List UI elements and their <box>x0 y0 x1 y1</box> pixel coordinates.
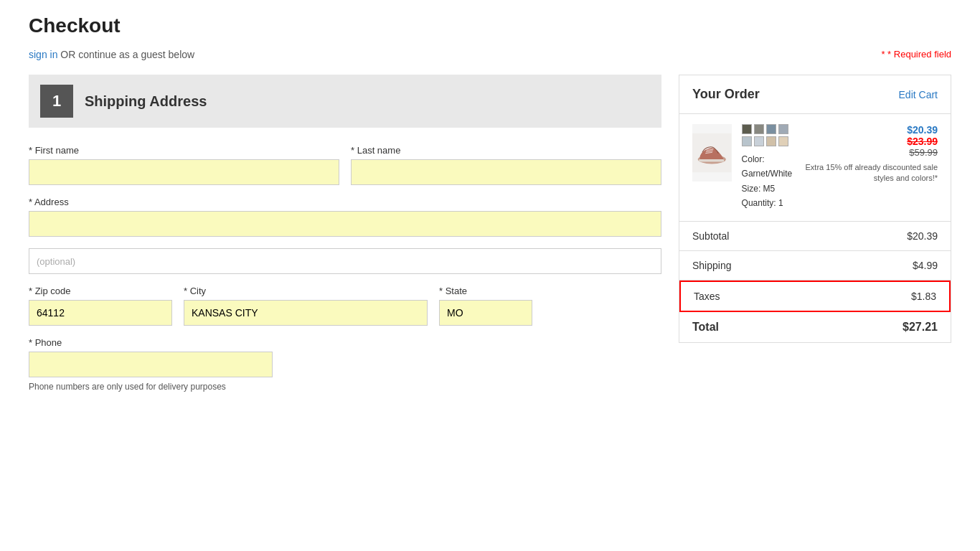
total-label: Total <box>692 321 719 334</box>
phone-label: * Phone <box>29 337 273 348</box>
subtotal-value: $20.39 <box>907 230 938 242</box>
section-header: 1 Shipping Address <box>29 75 661 128</box>
shipping-value: $4.99 <box>913 260 938 271</box>
swatch-1 <box>742 124 752 134</box>
main-layout: 1 Shipping Address * First name * Last n… <box>29 75 951 403</box>
swatch-8 <box>778 136 788 146</box>
address-label: * Address <box>29 197 661 207</box>
color-swatches <box>742 124 793 146</box>
shipping-label: Shipping <box>692 260 732 271</box>
swatch-7 <box>766 136 776 146</box>
order-header: Your Order Edit Cart <box>679 75 951 114</box>
required-note: * * Required field <box>881 49 951 60</box>
price-section: $20.39 $23.99 $59.99 Extra 15% off alrea… <box>802 124 938 211</box>
item-quantity: Quantity: 1 <box>742 196 793 210</box>
phone-field: * Phone Phone numbers are only used for … <box>29 337 273 392</box>
last-name-input[interactable] <box>351 159 661 185</box>
address-input[interactable] <box>29 211 661 237</box>
total-value: $27.21 <box>903 321 938 334</box>
swatch-4 <box>778 124 788 134</box>
page-title: Checkout <box>29 14 951 37</box>
order-title: Your Order <box>692 87 760 102</box>
price-original: $59.99 <box>909 147 938 158</box>
item-color: Color: Garnet/White <box>742 152 793 182</box>
svg-rect-5 <box>699 159 724 161</box>
address2-row <box>29 248 661 274</box>
edit-cart-link[interactable]: Edit Cart <box>899 89 938 100</box>
first-name-field: * First name <box>29 145 339 185</box>
zip-field: * Zip code <box>29 286 172 326</box>
state-label: * State <box>439 286 532 296</box>
address-field: * Address <box>29 197 661 237</box>
price-final: $20.39 <box>907 124 938 136</box>
taxes-label: Taxes <box>694 291 720 302</box>
phone-input[interactable] <box>29 352 273 377</box>
state-input[interactable] <box>439 300 532 326</box>
item-size: Size: M5 <box>742 182 793 196</box>
signin-link[interactable]: sign in <box>29 49 57 60</box>
phone-row: * Phone Phone numbers are only used for … <box>29 337 661 392</box>
state-field: * State <box>439 286 532 326</box>
swatch-5 <box>742 136 752 146</box>
last-name-field: * Last name <box>351 145 661 185</box>
item-details: Color: Garnet/White Size: M5 Quantity: 1 <box>742 124 793 211</box>
city-field: * City <box>184 286 428 326</box>
order-item: Color: Garnet/White Size: M5 Quantity: 1… <box>679 114 951 222</box>
swatch-2 <box>754 124 764 134</box>
address-row: * Address <box>29 197 661 237</box>
zip-city-state-row: * Zip code * City * State <box>29 286 661 326</box>
subtotal-label: Subtotal <box>692 230 729 242</box>
order-summary: Your Order Edit Cart <box>679 75 951 343</box>
swatch-3 <box>766 124 776 134</box>
shoe-image <box>692 124 732 182</box>
extra-discount: Extra 15% off already discounted sale st… <box>802 162 938 184</box>
zip-input[interactable] <box>29 300 172 326</box>
price-sale: $23.99 <box>907 136 938 147</box>
signin-suffix: OR continue as a guest below <box>57 49 194 60</box>
phone-note: Phone numbers are only used for delivery… <box>29 382 273 392</box>
shipping-form: 1 Shipping Address * First name * Last n… <box>29 75 661 403</box>
subtotal-row: Subtotal $20.39 <box>679 222 951 251</box>
first-name-input[interactable] <box>29 159 339 185</box>
city-label: * City <box>184 286 428 296</box>
taxes-row: Taxes $1.83 <box>679 281 951 312</box>
total-row: Total $27.21 <box>679 312 951 342</box>
address2-input[interactable] <box>29 248 661 274</box>
shipping-row: Shipping $4.99 <box>679 251 951 281</box>
section-title: Shipping Address <box>85 93 207 110</box>
item-info: Color: Garnet/White Size: M5 Quantity: 1 <box>742 152 793 211</box>
zip-label: * Zip code <box>29 286 172 296</box>
taxes-value: $1.83 <box>911 291 936 302</box>
signin-row: * * Required field sign in OR continue a… <box>29 49 951 60</box>
swatch-6 <box>754 136 764 146</box>
city-input[interactable] <box>184 300 428 326</box>
first-name-label: * First name <box>29 145 339 156</box>
step-number: 1 <box>40 85 73 118</box>
last-name-label: * Last name <box>351 145 661 156</box>
address2-field <box>29 248 661 274</box>
name-row: * First name * Last name <box>29 145 661 185</box>
